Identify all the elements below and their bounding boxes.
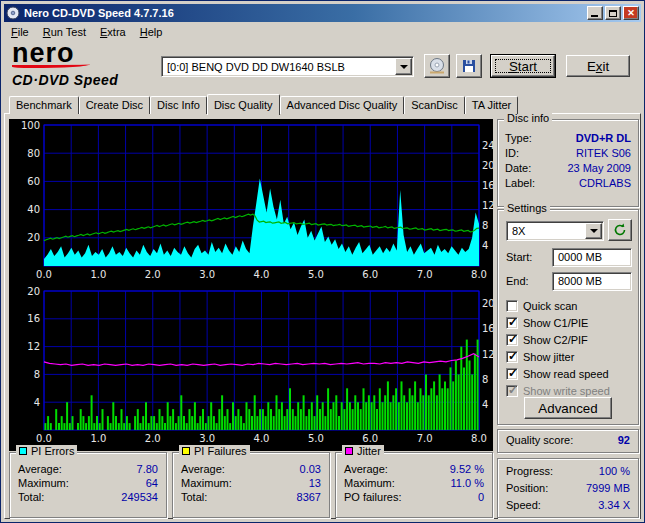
stats-row-average: Average:9.52 % [336, 462, 492, 476]
scan-speed-value: 8X [507, 225, 584, 237]
svg-text:24: 24 [482, 140, 493, 151]
svg-text:2.0: 2.0 [145, 433, 161, 444]
disc-info-label: Label: [505, 177, 535, 189]
svg-text:20: 20 [27, 286, 40, 297]
checkbox-icon [506, 351, 518, 363]
window-title: Nero CD-DVD Speed 4.7.7.16 [24, 7, 585, 19]
stats-box-pi-failures: PI FailuresAverage:0.03Maximum:13Total:8… [172, 452, 330, 518]
progress-label: Position: [506, 482, 548, 494]
save-icon [462, 59, 476, 73]
svg-text:60: 60 [27, 176, 40, 187]
checkbox-label: Show read speed [523, 368, 609, 380]
stats-row-maximum: Maximum:11.0 % [336, 476, 492, 490]
checkbox-show-c1-pie[interactable]: Show C1/PIE [506, 315, 588, 330]
svg-text:12: 12 [482, 200, 493, 211]
close-button[interactable]: ✕ [623, 6, 639, 20]
stats-box-pi-errors: PI ErrorsAverage:7.80Maximum:64Total:249… [9, 452, 167, 518]
checkbox-show-jitter[interactable]: Show jitter [506, 349, 574, 364]
tab-create-disc[interactable]: Create Disc [79, 96, 150, 114]
svg-text:8.0: 8.0 [471, 269, 487, 280]
checkbox-show-read-speed[interactable]: Show read speed [506, 366, 609, 381]
disc-info-group: Disc info Type:DVD+R DLID:RITEK S06Date:… [497, 119, 639, 207]
svg-text:20: 20 [27, 232, 40, 243]
app-window: Nero CD-DVD Speed 4.7.7.16 ✕ FileRun Tes… [0, 0, 645, 523]
end-position-field[interactable]: 8000 MB [552, 272, 632, 291]
checkbox-quick-scan[interactable]: Quick scan [506, 298, 577, 313]
menu-extra[interactable]: Extra [93, 24, 133, 40]
svg-text:8: 8 [482, 220, 488, 231]
quality-charts-svg: 1008060402024201612840.01.02.03.04.05.06… [9, 119, 493, 451]
drive-select-dropdown-button[interactable] [395, 58, 412, 75]
progress-rows: Progress:100 %Position:7999 MBSpeed:3.34… [498, 459, 638, 513]
disc-info-value: DVD+R DL [576, 132, 631, 144]
disc-info-row-label: Label:CDRLABS [498, 175, 638, 190]
stats-row-total: Total:249534 [10, 490, 166, 504]
drive-select[interactable]: [0:0] BENQ DVD DD DW1640 BSLB [161, 56, 414, 77]
advanced-button[interactable]: Advanced [524, 397, 612, 419]
svg-text:16: 16 [482, 323, 493, 334]
svg-text:0.0: 0.0 [36, 433, 52, 444]
refresh-icon [613, 223, 627, 237]
nero-logo-text: nero [12, 41, 118, 66]
svg-text:7.0: 7.0 [417, 269, 433, 280]
start-position-field[interactable]: 0000 MB [552, 248, 632, 267]
checkbox-label: Show C2/PIF [523, 334, 588, 346]
checkbox-label: Show C1/PIE [523, 317, 588, 329]
refresh-button[interactable] [608, 219, 632, 241]
disc-info-value: 23 May 2009 [567, 162, 631, 174]
disc-info-value: RITEK S06 [576, 147, 631, 159]
start-button[interactable]: Start [491, 55, 555, 77]
disc-info-row-type: Type:DVD+R DL [498, 130, 638, 145]
progress-value: 100 % [599, 465, 630, 477]
stats-caption: Jitter [342, 445, 384, 457]
tab-benchmark[interactable]: Benchmark [9, 96, 79, 114]
progress-row-speed: Speed:3.34 X [498, 496, 638, 513]
disc-info-value: CDRLABS [579, 177, 631, 189]
disc-info-label: Type: [505, 132, 532, 144]
checkbox-show-c2-pif[interactable]: Show C2/PIF [506, 332, 588, 347]
quality-score-box: Quality score: 92 [497, 429, 639, 453]
svg-text:4.0: 4.0 [254, 433, 270, 444]
exit-button[interactable]: Exit [566, 55, 630, 77]
stats-row-po-failures: PO failures:0 [336, 490, 492, 504]
svg-text:4.0: 4.0 [254, 269, 270, 280]
stats-row-maximum: Maximum:64 [10, 476, 166, 490]
end-position-label: End: [506, 275, 529, 287]
quality-score-value: 92 [618, 434, 630, 446]
statistics-row: PI ErrorsAverage:7.80Maximum:64Total:249… [9, 452, 493, 518]
tab-strip: BenchmarkCreate DiscDisc InfoDisc Qualit… [9, 93, 638, 114]
minimize-button[interactable] [587, 6, 603, 20]
tab-disc-info[interactable]: Disc Info [150, 96, 207, 114]
nero-logo: nero CD·DVD Speed [12, 41, 118, 88]
settings-group: Settings 8X Start: 0000 MB End: 8000 MB … [497, 209, 639, 425]
stats-row-total: Total:8367 [173, 490, 329, 504]
tab-disc-quality[interactable]: Disc Quality [207, 94, 280, 115]
tab-advanced-disc-quality[interactable]: Advanced Disc Quality [280, 96, 405, 114]
chevron-down-icon [590, 229, 598, 233]
scan-speed-select[interactable]: 8X [506, 221, 604, 241]
save-button[interactable] [456, 54, 482, 78]
disc-eject-button[interactable] [424, 54, 450, 78]
svg-text:4: 4 [482, 240, 488, 251]
maximize-button[interactable] [605, 6, 621, 20]
disc-info-label: Date: [505, 162, 531, 174]
svg-text:4: 4 [34, 397, 40, 408]
tab-scandisc[interactable]: ScanDisc [404, 96, 464, 114]
svg-text:8: 8 [34, 369, 40, 380]
checkbox-icon [506, 334, 518, 346]
svg-text:16: 16 [482, 180, 493, 191]
scan-speed-dropdown-button[interactable] [585, 223, 602, 239]
nero-logo-subtitle: CD·DVD Speed [12, 72, 118, 88]
tab-ta-jitter[interactable]: TA Jitter [465, 96, 519, 114]
stats-row-average: Average:0.03 [173, 462, 329, 476]
legend-color-icon [19, 447, 27, 455]
svg-text:5.0: 5.0 [308, 433, 324, 444]
checkbox-label: Quick scan [523, 300, 577, 312]
minimize-icon [591, 15, 598, 17]
menu-help[interactable]: Help [133, 24, 170, 40]
app-icon [6, 6, 20, 20]
disc-info-label: ID: [505, 147, 519, 159]
progress-label: Speed: [506, 499, 541, 511]
maximize-icon [609, 10, 617, 17]
svg-text:80: 80 [27, 148, 40, 159]
